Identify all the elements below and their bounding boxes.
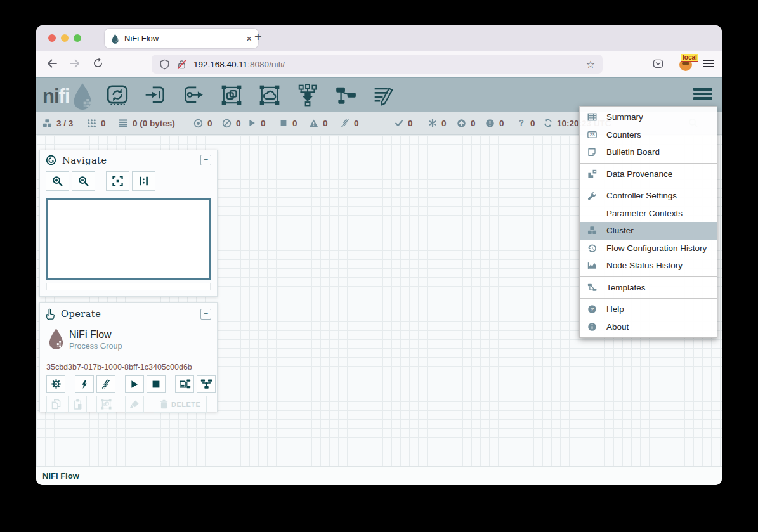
firefox-menu-icon[interactable] — [703, 60, 714, 70]
locally-modified-count: 0 — [441, 119, 447, 128]
copy-button — [46, 396, 65, 413]
menu-divider — [580, 185, 717, 185]
process-group-drop-icon — [48, 328, 65, 349]
cluster-icon — [42, 119, 52, 128]
up-to-date-icon — [395, 119, 403, 127]
invalid-icon — [309, 119, 318, 128]
nifi-logo: nifi — [42, 82, 94, 110]
menu-item-label: Bulletin Board — [606, 147, 660, 157]
processor-component-icon[interactable] — [106, 84, 129, 107]
menu-item-about[interactable]: About — [580, 318, 717, 336]
menu-item-controller-settings[interactable]: Controller Settings — [580, 187, 717, 205]
menu-item-templates[interactable]: Templates — [580, 279, 717, 297]
process-group-component-icon[interactable] — [220, 84, 243, 107]
template-component-icon[interactable] — [334, 84, 357, 107]
bulletin-board-icon — [585, 148, 598, 157]
menu-item-data-provenance[interactable]: Data Provenance — [580, 165, 717, 183]
status-queued: 0 (0 bytes) — [119, 112, 175, 134]
minimap-scrollbar[interactable] — [46, 283, 211, 290]
status-active-threads: 0 — [87, 112, 106, 134]
selected-flow-type: Process Group — [69, 342, 122, 351]
status-not-transmitting: 0 — [222, 112, 241, 134]
paste-icon — [73, 399, 82, 410]
stale-count: 0 — [471, 119, 476, 128]
change-color-button — [125, 396, 144, 413]
back-icon[interactable] — [46, 58, 58, 69]
sync-failure-count: 0 — [530, 119, 535, 128]
new-tab-button[interactable]: + — [254, 30, 262, 44]
status-running: 0 — [247, 112, 266, 134]
menu-item-parameter-contexts[interactable]: Parameter Contexts — [580, 205, 717, 223]
disabled-icon — [341, 119, 350, 127]
stop-button[interactable] — [147, 375, 166, 393]
pocket-icon[interactable] — [653, 58, 663, 69]
menu-divider — [580, 276, 717, 277]
create-template-button[interactable] — [175, 375, 194, 393]
menu-item-bulletin-board[interactable]: Bulletin Board — [580, 143, 717, 161]
locally-modified-and-stale-icon — [485, 119, 495, 128]
reload-icon[interactable] — [93, 58, 103, 68]
menu-item-label: Node Status History — [606, 261, 683, 270]
summary-icon — [585, 112, 598, 122]
menu-item-cluster[interactable]: Cluster — [580, 222, 717, 240]
menu-divider — [580, 298, 717, 299]
upload-template-button[interactable] — [197, 375, 216, 393]
menu-item-node-status-history[interactable]: Node Status History — [580, 257, 717, 275]
zoom-actual-size-button[interactable] — [132, 171, 155, 191]
remote-process-group-component-icon[interactable] — [258, 84, 281, 107]
zoom-fit-button[interactable] — [106, 171, 129, 191]
configuration-icon — [51, 379, 62, 389]
logo-text-ni: ni — [42, 85, 59, 108]
bookmark-star-icon[interactable]: ☆ — [586, 58, 595, 70]
cluster-icon — [585, 226, 598, 235]
menu-item-label: Summary — [606, 112, 643, 122]
menu-item-summary[interactable]: Summary — [580, 108, 717, 126]
node-status-history-icon — [585, 261, 598, 270]
disabled-count: 0 — [354, 119, 359, 128]
navigate-icon — [46, 155, 56, 165]
status-up-to-date: 0 — [395, 112, 413, 134]
zoom-in-button[interactable] — [46, 171, 69, 191]
disable-icon — [101, 379, 110, 389]
menu-item-counters[interactable]: 23Counters — [580, 126, 717, 144]
menu-item-help[interactable]: ?Help — [580, 301, 717, 318]
cluster-count: 3 / 3 — [56, 119, 73, 128]
output-port-component-icon[interactable] — [182, 84, 205, 107]
menu-item-flow-configuration-history[interactable]: Flow Configuration History — [580, 240, 717, 257]
disable-button[interactable] — [96, 375, 115, 393]
label-component-icon[interactable] — [372, 84, 395, 107]
window-minimize-button[interactable] — [61, 34, 69, 42]
enable-button[interactable] — [75, 375, 94, 393]
input-port-component-icon[interactable] — [144, 84, 167, 107]
status-locally-modified-and-stale: 0 — [485, 112, 504, 134]
funnel-component-icon[interactable] — [296, 84, 319, 107]
browser-window: NiFi Flow × + 192.168.40.11:8080/nifi/ ☆ — [36, 25, 722, 485]
stop-icon — [152, 380, 160, 389]
configuration-button[interactable] — [46, 375, 65, 393]
up-to-date-count: 0 — [408, 119, 413, 128]
operate-collapse-button[interactable]: − — [200, 309, 211, 320]
start-button[interactable] — [125, 375, 144, 393]
navigate-collapse-button[interactable]: − — [200, 155, 211, 165]
url-host: 192.168.40.11 — [193, 60, 247, 69]
birdseye-minimap[interactable] — [46, 198, 211, 280]
sync-failure-icon: ? — [517, 119, 526, 127]
global-menu-button[interactable] — [693, 88, 712, 102]
group-icon — [101, 399, 112, 410]
tab-close-icon[interactable]: × — [246, 33, 252, 44]
profile-avatar[interactable]: local — [678, 55, 697, 73]
breadcrumb[interactable]: NiFi Flow — [42, 471, 79, 481]
insecure-lock-icon[interactable] — [176, 59, 187, 70]
delete-icon — [160, 399, 168, 409]
navigate-panel: Navigate − — [39, 150, 218, 297]
refresh-icon[interactable] — [544, 119, 552, 127]
controller-settings-icon — [585, 191, 598, 200]
browser-tab[interactable]: NiFi Flow × — [105, 29, 258, 48]
status-stale: 0 — [457, 112, 476, 134]
url-bar[interactable]: 192.168.40.11:8080/nifi/ ☆ — [152, 55, 603, 74]
shield-icon[interactable] — [159, 59, 170, 70]
zoom-out-button[interactable] — [72, 171, 95, 191]
window-zoom-button[interactable] — [74, 34, 81, 42]
forward-icon[interactable] — [69, 58, 81, 69]
window-close-button[interactable] — [48, 34, 56, 42]
